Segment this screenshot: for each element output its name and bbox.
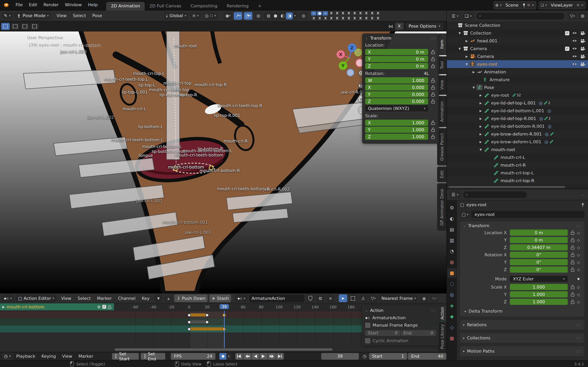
addon-layer-toggle[interactable]: X bbox=[329, 11, 334, 16]
pose-options-dropdown[interactable]: Pose Options▾ bbox=[406, 23, 443, 30]
shading-rendered-icon[interactable]: ◑ bbox=[286, 12, 293, 19]
lock-icon[interactable] bbox=[569, 267, 576, 272]
outliner-row[interactable]: mouth-crl-L ◎ ✓ bbox=[447, 153, 588, 161]
outliner-row[interactable]: mouth-crl-top-L ◎ ✓ bbox=[447, 169, 588, 177]
expand-arrow[interactable]: ▼ bbox=[457, 31, 462, 35]
lock-icon[interactable] bbox=[430, 127, 436, 132]
select-mode-extend-button[interactable] bbox=[11, 23, 19, 30]
falloff-curve-icon[interactable]: ∿▾ bbox=[430, 294, 439, 302]
value-slider[interactable]: 0° bbox=[510, 267, 568, 273]
value-slider[interactable]: Y0.000 bbox=[365, 91, 428, 98]
outliner-row[interactable]: mouth-crl-R ◎ ✓ bbox=[447, 161, 588, 169]
npanel-tab[interactable]: GP Animator Desk bbox=[437, 183, 446, 231]
new-viewlayer-icon[interactable]: ⧉ bbox=[577, 3, 579, 7]
action-start-field[interactable]: Start0 bbox=[365, 330, 400, 336]
addon-layer-toggle[interactable]: ● bbox=[317, 11, 322, 15]
lock-icon[interactable] bbox=[430, 78, 436, 83]
set-start-button[interactable]: ⟦Set Start bbox=[112, 353, 139, 360]
dopesheet-mode-dropdown[interactable]: ▢Action Editor▾ bbox=[16, 294, 57, 302]
action-name-field[interactable]: ArmatureAction bbox=[249, 294, 304, 302]
panel-grip-icon[interactable]: ∷∷ bbox=[576, 224, 581, 228]
value-slider[interactable]: Z0.000 bbox=[365, 98, 428, 104]
properties-tab[interactable]: ◐ bbox=[447, 214, 457, 223]
keyframe-diamond-icon[interactable]: ◇ bbox=[576, 300, 581, 304]
menu-item[interactable]: Help bbox=[85, 0, 101, 10]
collection-checkbox[interactable]: ✓ bbox=[565, 46, 569, 51]
lock-icon[interactable] bbox=[430, 85, 436, 90]
fake-user-shield-icon[interactable] bbox=[306, 294, 315, 302]
value-slider[interactable]: 0° bbox=[510, 252, 568, 258]
dopesheet-menu-item[interactable]: Select bbox=[75, 296, 94, 301]
lock-icon[interactable] bbox=[569, 238, 576, 242]
menu-item[interactable]: Render bbox=[40, 0, 62, 10]
lock-icon[interactable] bbox=[569, 285, 576, 289]
properties-editor-type-button[interactable]: ☰▾ bbox=[449, 191, 461, 199]
auto-keying-button[interactable] bbox=[219, 353, 226, 360]
properties-tab[interactable]: ◔ bbox=[447, 247, 457, 256]
addon-layer-toggle[interactable]: X bbox=[334, 16, 340, 21]
overlay-extra-button[interactable]: ◎ bbox=[299, 12, 308, 20]
expand-arrow[interactable]: ▶ bbox=[478, 109, 483, 112]
timeline-menu-item[interactable]: Playback bbox=[13, 354, 38, 359]
new-action-copy-icon[interactable]: ⧉ bbox=[316, 294, 325, 302]
timeline-menu-item[interactable]: View bbox=[59, 354, 75, 359]
outliner-row[interactable]: Armature ◎ ✓ bbox=[447, 76, 588, 83]
outliner-row[interactable]: ▶ head.001 bbox=[447, 37, 588, 45]
expand-arrow[interactable]: ▼ bbox=[478, 148, 483, 151]
dopesheet-menu-item[interactable]: Channel bbox=[115, 296, 139, 301]
npanel-tab[interactable]: Edit bbox=[437, 167, 446, 182]
hide-in-viewport-icon[interactable] bbox=[572, 47, 577, 50]
action-id-icon-dropdown[interactable]: ◆◇▾ bbox=[235, 294, 248, 302]
proportional-editing-dropdown[interactable]: ◎∷▾ bbox=[203, 12, 218, 20]
outliner-display-mode-dropdown[interactable]: ❏▾ bbox=[462, 12, 474, 20]
mirror-x-button[interactable]: X bbox=[395, 23, 404, 30]
properties-tab[interactable]: ▤ bbox=[447, 225, 457, 234]
lock-icon[interactable] bbox=[569, 260, 576, 265]
timeline-menu-item[interactable]: Keying bbox=[38, 354, 59, 359]
keyframe-diamond-icon[interactable]: ◇ bbox=[576, 260, 581, 264]
pin-icon[interactable] bbox=[522, 3, 526, 7]
rotation-lock-badge[interactable]: 4L bbox=[424, 71, 429, 76]
outliner-row[interactable]: ▶ Animation bbox=[447, 68, 588, 76]
expand-arrow[interactable]: ▶ bbox=[478, 93, 483, 97]
outliner-filter-dropdown[interactable]: ▽▾ bbox=[568, 12, 577, 20]
expand-arrow[interactable]: ▼ bbox=[457, 47, 462, 50]
dopesheet-menu-item[interactable]: Marker bbox=[94, 296, 115, 301]
outliner-row[interactable]: ▶ eye-lid-def-bottom-R.001 bbox=[447, 122, 588, 130]
outliner-row[interactable]: ▶ eye-lid-def-bottom-L.001 bbox=[447, 107, 588, 115]
hide-in-viewport-icon[interactable] bbox=[572, 31, 577, 35]
fps-field[interactable]: FPS24 bbox=[171, 353, 216, 360]
expand-arrow[interactable]: ▶ bbox=[478, 125, 483, 128]
keyframe[interactable] bbox=[187, 320, 191, 324]
keyframe-bar[interactable] bbox=[189, 327, 224, 331]
timeline-menu-item[interactable]: Marker bbox=[76, 354, 96, 359]
frame-end-field[interactable]: End40 bbox=[408, 353, 446, 360]
lock-icon[interactable] bbox=[430, 50, 436, 54]
transform-panel-title[interactable]: Transform bbox=[468, 223, 489, 228]
move-up-button[interactable]: ▲ bbox=[164, 294, 173, 302]
value-slider[interactable]: Z0 m bbox=[365, 63, 428, 69]
jump-to-start-button[interactable] bbox=[235, 353, 243, 360]
lock-icon[interactable] bbox=[430, 134, 436, 139]
properties-tab[interactable]: ◆ bbox=[447, 312, 457, 321]
channel-lock-icon[interactable] bbox=[108, 305, 112, 309]
viewport-menu-item[interactable]: Pose bbox=[89, 13, 105, 18]
properties-tab[interactable]: ◌ bbox=[447, 279, 457, 289]
expand-arrow[interactable]: ▼ bbox=[471, 86, 476, 89]
modifier-wrench-icon[interactable]: ⚙ bbox=[97, 305, 101, 309]
workspace-tab[interactable]: + bbox=[253, 2, 266, 10]
addon-layer-toggle[interactable]: X bbox=[352, 16, 358, 21]
shading-wireframe-icon[interactable]: ◍ bbox=[265, 12, 272, 19]
stash-button[interactable]: ∗Stash bbox=[209, 294, 231, 302]
xray-toggle[interactable]: ▣ bbox=[254, 12, 263, 20]
value-slider[interactable]: Y0 m bbox=[365, 56, 428, 62]
show-overlays-button[interactable]: ◔▾ bbox=[244, 12, 253, 20]
shading-solid-icon[interactable]: ● bbox=[272, 12, 279, 19]
properties-tab[interactable]: ▥ bbox=[447, 236, 457, 245]
value-slider[interactable]: X0 m bbox=[365, 49, 428, 55]
outliner-row[interactable]: ▶ Camera bbox=[447, 52, 588, 60]
lock-icon[interactable] bbox=[569, 292, 576, 297]
workspace-tab[interactable]: 2D Full Canvas bbox=[145, 2, 186, 10]
properties-tab[interactable]: ⚙ bbox=[447, 203, 457, 212]
dopesheet-canvas[interactable]: -60-40-200206080100120140160180 39 ⌕ ↔ ▶… bbox=[0, 303, 446, 352]
